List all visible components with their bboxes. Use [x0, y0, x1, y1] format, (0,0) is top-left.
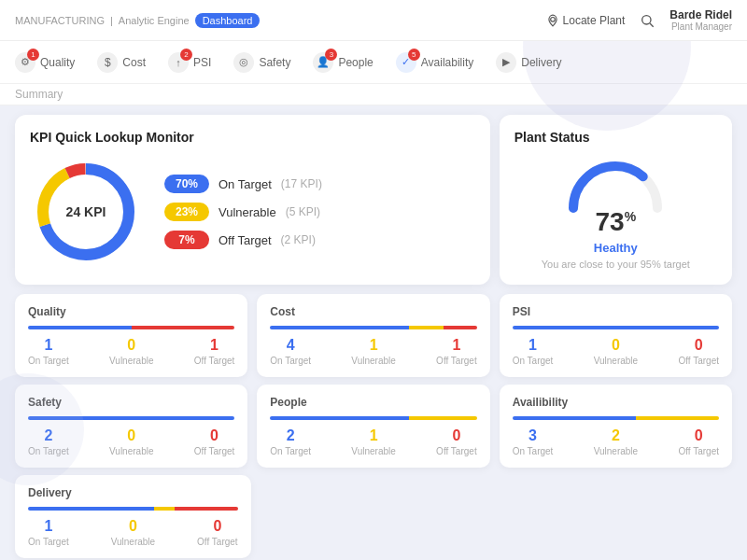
locate-plant-label: Locate Plant: [563, 14, 626, 27]
on-target-sub: (17 KPI): [281, 177, 322, 190]
metric-cost: Cost 4 On Target 1 Vulnerable 1 Off Targ…: [257, 294, 489, 377]
tab-safety[interactable]: ◎ Safety: [233, 52, 290, 73]
svg-point-1: [642, 15, 651, 23]
kpi-title: KPI Quick Lookup Monitor: [30, 130, 475, 145]
cost-bar-red: [444, 326, 476, 329]
vulnerable-label: Vulnerable: [218, 205, 276, 219]
active-tab-dashboard[interactable]: Dashboard: [195, 13, 261, 28]
quality-on-target: 1 On Target: [28, 337, 69, 366]
quality-label: Quality: [40, 56, 75, 69]
availibility-bar: [513, 416, 719, 420]
safety-vulnerable-label: Vulnerable: [109, 446, 153, 456]
delivery-bar-blue: [28, 507, 154, 511]
safety-off-target-num: 0: [210, 427, 218, 444]
psi-badge: 2: [180, 49, 192, 61]
quality-vulnerable-label: Vulnerable: [109, 356, 153, 366]
availibility-bar-blue: [513, 416, 637, 420]
plant-status-title: Plant Status: [514, 130, 717, 145]
availibility-on-target-label: On Target: [513, 446, 554, 456]
psi-on-target: 1 On Target: [513, 337, 554, 366]
people-vulnerable: 1 Vulnerable: [351, 427, 395, 456]
psi-icon: ↑ 2: [168, 52, 189, 73]
metrics-row-2: Safety 2 On Target 0 Vulnerable 0 Off Ta…: [0, 377, 747, 475]
on-target-badge: 70%: [164, 175, 209, 193]
plant-sub-text: You are close to your 95% target: [542, 259, 690, 270]
availability-icon: ✓ 5: [396, 52, 416, 73]
plant-percent-num: 73%: [596, 207, 637, 236]
cost-metric-title: Cost: [270, 305, 476, 318]
quality-badge: 1: [27, 49, 39, 61]
cost-bar-blue: [270, 326, 408, 329]
delivery-bar-red: [175, 507, 237, 511]
psi-off-target-num: 0: [695, 337, 703, 354]
availibility-values: 3 On Target 2 Vulnerable 0 Off Target: [513, 427, 719, 456]
svg-line-2: [650, 23, 654, 27]
people-metric-title: People: [270, 396, 476, 409]
cost-on-target: 4 On Target: [270, 337, 311, 366]
plant-status-card: Plant Status 73% Healthy You are close t…: [500, 115, 732, 285]
availibility-on-target: 3 On Target: [513, 427, 554, 456]
off-target-badge: 7%: [164, 231, 209, 249]
availibility-metric-title: Availibility: [513, 396, 719, 409]
vulnerable-badge: 23%: [164, 203, 209, 221]
tab-cost[interactable]: $ Cost: [97, 52, 146, 73]
psi-bar: [513, 326, 719, 329]
search-icon[interactable]: [640, 13, 655, 28]
bottom-row: Delivery 1 On Target 0 Vulnerable 0 Off …: [0, 475, 747, 560]
svg-point-0: [550, 17, 555, 21]
people-off-target-num: 0: [452, 427, 460, 444]
delivery-icon: ▶: [496, 52, 516, 73]
delivery-off-target-label: Off Target: [197, 537, 238, 547]
availibility-vulnerable-num: 2: [612, 427, 620, 444]
availibility-off-target-num: 0: [695, 427, 703, 444]
location-icon: [546, 14, 559, 27]
metrics-row-1: Quality 1 On Target 0 Vulnerable 1 Off T…: [0, 294, 747, 377]
cost-on-target-num: 4: [287, 337, 295, 354]
availibility-off-target: 0 Off Target: [678, 427, 719, 456]
legend-vulnerable: 23% Vulnerable (5 KPI): [164, 203, 475, 221]
tab-quality[interactable]: ⚙ 1 Quality: [15, 52, 75, 73]
people-on-target-label: On Target: [270, 446, 311, 456]
safety-off-target: 0 Off Target: [194, 427, 235, 456]
locate-plant-button[interactable]: Locate Plant: [546, 14, 626, 27]
cost-bar: [270, 326, 476, 329]
vulnerable-sub: (5 KPI): [286, 205, 320, 218]
availibility-bar-yellow: [636, 416, 719, 420]
off-target-label: Off Target: [218, 233, 272, 247]
people-vulnerable-label: Vulnerable: [351, 446, 395, 456]
delivery-vulnerable-label: Vulnerable: [111, 537, 155, 547]
availibility-on-target-num: 3: [529, 427, 537, 444]
tab-psi[interactable]: ↑ 2 PSI: [168, 52, 211, 73]
quality-bar: [28, 326, 234, 329]
delivery-metric-title: Delivery: [28, 486, 238, 499]
breadcrumb: MANUFACTURING | Analytic Engine Dashboar…: [15, 13, 260, 28]
tab-availability[interactable]: ✓ 5 Availability: [396, 52, 473, 73]
delivery-off-target-num: 0: [213, 518, 221, 535]
psi-on-target-label: On Target: [513, 356, 554, 366]
delivery-off-target: 0 Off Target: [197, 518, 238, 547]
metric-people: People 2 On Target 1 Vulnerable 0 Off Ta…: [257, 385, 489, 468]
kpi-donut: 24 KPI: [30, 156, 142, 268]
people-bar-yellow: [409, 416, 477, 420]
quality-bar-red: [132, 326, 235, 329]
delivery-vulnerable: 0 Vulnerable: [111, 518, 155, 547]
quality-off-target-label: Off Target: [194, 356, 235, 366]
safety-off-target-label: Off Target: [194, 446, 235, 456]
availability-badge: 5: [408, 49, 420, 61]
quality-vulnerable-num: 0: [127, 337, 135, 354]
tab-delivery[interactable]: ▶ Delivery: [496, 52, 561, 73]
people-vulnerable-num: 1: [370, 427, 378, 444]
psi-on-target-num: 1: [529, 337, 537, 354]
user-info: Barde Ridel Plant Manager: [669, 8, 732, 32]
delivery-label: Delivery: [521, 56, 561, 69]
metric-delivery: Delivery 1 On Target 0 Vulnerable 0 Off …: [15, 475, 251, 558]
people-label: People: [338, 56, 373, 69]
cost-off-target-num: 1: [452, 337, 460, 354]
tab-people[interactable]: 👤 3 People: [313, 52, 373, 73]
main-content: KPI Quick Lookup Monitor 24 KPI: [0, 105, 747, 294]
cost-values: 4 On Target 1 Vulnerable 1 Off Target: [270, 337, 476, 366]
breadcrumb-analytic: Analytic Engine: [119, 15, 190, 26]
plant-health-status: Healthy: [594, 241, 638, 255]
psi-metric-title: PSI: [513, 305, 719, 318]
people-bar: [270, 416, 476, 420]
